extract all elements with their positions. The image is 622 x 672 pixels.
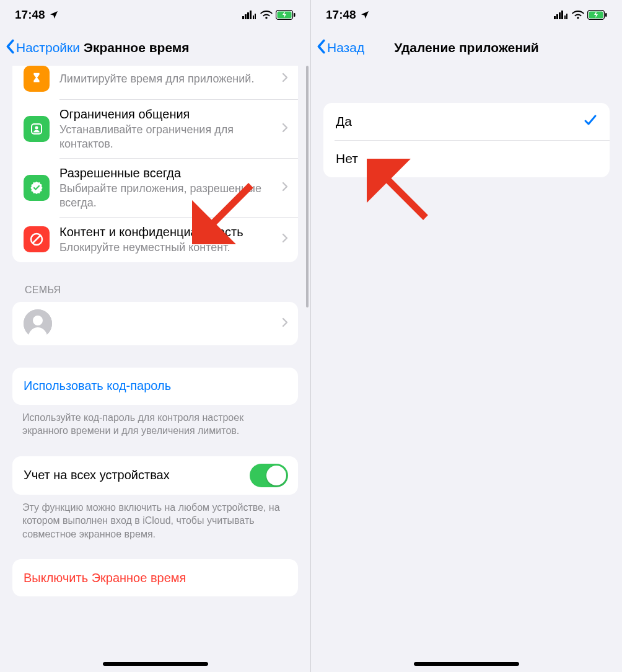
content: Да Нет: [311, 66, 622, 672]
svg-line-25: [379, 171, 426, 218]
svg-rect-16: [554, 16, 556, 19]
wifi-icon: [260, 11, 273, 19]
checkmark-icon: [584, 114, 597, 129]
hourglass-icon: [24, 66, 50, 92]
features-group: Лимитируйте время для приложений. Ограни…: [12, 66, 298, 262]
check-badge-icon: [24, 175, 50, 201]
option-no-row[interactable]: Нет: [323, 140, 610, 177]
use-passcode-row[interactable]: Использовать код-пароль: [12, 368, 298, 405]
chevron-left-icon: [316, 39, 326, 57]
row-title: Учет на всех устройствах: [24, 467, 250, 483]
back-button[interactable]: Настройки: [5, 39, 80, 57]
option-label: Нет: [336, 151, 597, 167]
status-time: 17:48: [326, 8, 356, 22]
avatar-placeholder-icon: [24, 309, 52, 338]
share-toggle[interactable]: [250, 464, 288, 487]
delete-apps-screen: 17:48: [311, 0, 622, 672]
svg-rect-20: [564, 15, 566, 19]
contact-icon: [24, 116, 50, 142]
row-title: Ограничения общения: [59, 107, 276, 122]
row-sub: Блокируйте неуместный контент.: [59, 241, 276, 255]
family-group: [12, 302, 298, 345]
turnoff-group: Выключить Экранное время: [12, 559, 298, 596]
nav-bar: Настройки Экранное время: [0, 30, 310, 66]
svg-rect-1: [245, 14, 247, 19]
svg-point-14: [33, 316, 43, 325]
row-title: Разрешенные всегда: [59, 166, 276, 181]
svg-point-10: [35, 126, 38, 129]
passcode-footer: Используйте код-пароль для контроля наст…: [22, 411, 288, 438]
status-time: 17:48: [15, 8, 45, 22]
scroll-indicator[interactable]: [306, 66, 309, 307]
share-group: Учет на всех устройствах: [12, 456, 298, 495]
battery-charging-icon: [276, 10, 296, 20]
always-allowed-row[interactable]: Разрешенные всегда Выбирайте приложения,…: [12, 158, 298, 217]
row-title: Использовать код-пароль: [24, 378, 288, 394]
location-icon: [360, 10, 370, 20]
battery-charging-icon: [587, 10, 607, 20]
chevron-right-icon: [282, 317, 288, 330]
chevron-right-icon: [282, 73, 288, 85]
back-label: Назад: [327, 40, 364, 55]
svg-rect-4: [253, 15, 254, 19]
location-icon: [49, 10, 59, 20]
svg-line-12: [33, 236, 40, 243]
option-label: Да: [336, 113, 577, 130]
screen-time-settings-screen: 17:48: [0, 0, 311, 672]
option-yes-row[interactable]: Да: [323, 103, 610, 140]
chevron-left-icon: [5, 39, 15, 57]
svg-rect-17: [556, 14, 558, 19]
turn-off-row[interactable]: Выключить Экранное время: [12, 559, 298, 596]
dual-signal-icon: [554, 11, 569, 19]
svg-rect-8: [294, 13, 296, 17]
app-limits-row[interactable]: Лимитируйте время для приложений.: [12, 66, 298, 99]
svg-rect-18: [559, 12, 561, 19]
back-label: Настройки: [16, 40, 80, 55]
family-section-header: СЕМЬЯ: [25, 285, 286, 296]
svg-rect-0: [242, 16, 244, 19]
share-across-devices-row[interactable]: Учет на всех устройствах: [12, 456, 298, 495]
passcode-group: Использовать код-пароль: [12, 368, 298, 405]
svg-rect-5: [255, 14, 256, 19]
back-button[interactable]: Назад: [316, 39, 364, 57]
svg-rect-21: [566, 14, 567, 19]
home-indicator[interactable]: [414, 662, 519, 666]
svg-rect-3: [250, 11, 252, 19]
status-bar: 17:48: [0, 0, 310, 30]
share-footer: Эту функцию можно включить на любом устр…: [22, 501, 288, 541]
app-limits-sub: Лимитируйте время для приложений.: [59, 72, 276, 86]
chevron-right-icon: [282, 182, 288, 194]
wifi-icon: [572, 11, 584, 19]
row-sub: Выбирайте приложения, разрешенные всегда…: [59, 182, 276, 210]
row-sub: Устанавливайте ограничения для контактов…: [59, 123, 276, 151]
home-indicator[interactable]: [103, 662, 208, 666]
nosign-icon: [24, 226, 50, 252]
family-member-row[interactable]: [12, 302, 298, 345]
row-title: Контент и конфиденциальность: [59, 224, 276, 240]
content-scroll[interactable]: Лимитируйте время для приложений. Ограни…: [0, 66, 310, 672]
row-title: Выключить Экранное время: [24, 570, 288, 586]
chevron-right-icon: [282, 233, 288, 245]
dual-signal-icon: [242, 11, 257, 19]
svg-rect-24: [605, 13, 607, 17]
content-privacy-row[interactable]: Контент и конфиденциальность Блокируйте …: [12, 217, 298, 262]
svg-rect-2: [247, 12, 249, 19]
nav-bar: Назад Удаление приложений: [311, 30, 622, 66]
options-group: Да Нет: [323, 103, 610, 177]
nav-title: Экранное время: [84, 40, 190, 55]
communication-limits-row[interactable]: Ограничения общения Устанавливайте огран…: [12, 99, 298, 158]
svg-rect-19: [561, 11, 563, 19]
status-bar: 17:48: [311, 0, 622, 30]
chevron-right-icon: [282, 123, 288, 135]
